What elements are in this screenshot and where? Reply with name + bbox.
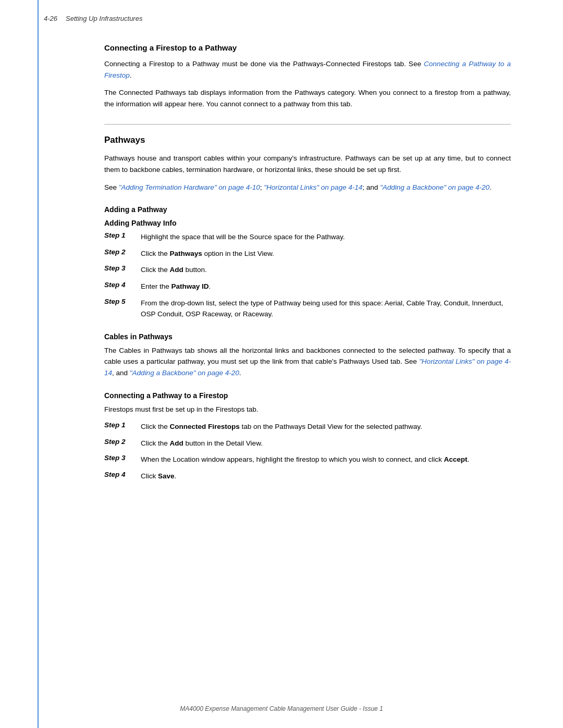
page-header: 4-26 Setting Up Infrastructures	[0, 0, 563, 33]
page-number: 4-26	[44, 15, 57, 22]
step-text-5: From the drop-down list, select the type…	[141, 298, 511, 320]
header-title: Setting Up Infrastructures	[66, 15, 142, 22]
step-label-3: Step 3	[104, 264, 141, 272]
section-adding-pathway: Adding a Pathway Adding Pathway Info Ste…	[104, 205, 511, 320]
connecting-step-3: Step 3 When the Location window appears,…	[104, 454, 511, 465]
adding-step-4: Step 4 Enter the Pathway ID.	[104, 281, 511, 292]
connecting-pathway-heading: Connecting a Pathway to a Firestop	[104, 391, 511, 400]
see-also-link1[interactable]: "Adding Termination Hardware" on page 4-…	[119, 183, 260, 191]
see-also-link2[interactable]: "Horizontal Links" on page 4-14	[264, 183, 362, 191]
firestop-heading: Connecting a Firestop to a Pathway	[104, 43, 511, 52]
footer-text: MA4000 Expense Management Cable Manageme…	[180, 705, 383, 712]
connecting-step-label-3: Step 3	[104, 454, 141, 462]
step-text-1: Highlight the space that will be the Sou…	[141, 231, 511, 243]
pathways-see-also: See "Adding Termination Hardware" on pag…	[104, 182, 511, 193]
adding-pathway-info-heading: Adding Pathway Info	[104, 219, 511, 227]
connecting-step-4: Step 4 Click Save.	[104, 471, 511, 482]
cables-para: The Cables in Pathways tab shows all the…	[104, 345, 511, 379]
adding-step-5: Step 5 From the drop-down list, select t…	[104, 298, 511, 320]
adding-pathway-heading: Adding a Pathway	[104, 205, 511, 214]
section-pathways: Pathways Pathways house and transport ca…	[104, 135, 511, 193]
step-label-5: Step 5	[104, 298, 141, 305]
firestop-para1: Connecting a Firestop to a Pathway must …	[104, 58, 511, 81]
page-footer: MA4000 Expense Management Cable Manageme…	[0, 705, 563, 712]
page: 4-26 Setting Up Infrastructures Connecti…	[0, 0, 563, 728]
main-content: Connecting a Firestop to a Pathway Conne…	[0, 33, 563, 525]
connecting-step-text-2: Click the Add button in the Detail View.	[141, 438, 511, 449]
connecting-step-text-4: Click Save.	[141, 471, 511, 482]
step-label-2: Step 2	[104, 248, 141, 256]
connecting-pathway-intro: Firestops must first be set up in the Fi…	[104, 404, 511, 415]
cables-link2[interactable]: "Adding a Backbone" on page 4-20	[130, 369, 239, 377]
section-firestop: Connecting a Firestop to a Pathway Conne…	[104, 43, 511, 109]
section-connecting-pathway: Connecting a Pathway to a Firestop Fires…	[104, 391, 511, 482]
connecting-step-text-1: Click the Connected Firestops tab on the…	[141, 421, 511, 433]
step-text-4: Enter the Pathway ID.	[141, 281, 511, 292]
connecting-step-text-3: When the Location window appears, highli…	[141, 454, 511, 465]
section-cables-in-pathways: Cables in Pathways The Cables in Pathway…	[104, 332, 511, 379]
adding-step-3: Step 3 Click the Add button.	[104, 264, 511, 276]
adding-step-1: Step 1 Highlight the space that will be …	[104, 231, 511, 243]
step-label-1: Step 1	[104, 231, 141, 239]
connecting-step-2: Step 2 Click the Add button in the Detai…	[104, 438, 511, 449]
connecting-step-label-4: Step 4	[104, 471, 141, 478]
step-label-4: Step 4	[104, 281, 141, 289]
connecting-step-label-1: Step 1	[104, 421, 141, 429]
cables-heading: Cables in Pathways	[104, 332, 511, 341]
step-text-2: Click the Pathways option in the List Vi…	[141, 248, 511, 260]
pathways-heading: Pathways	[104, 135, 511, 145]
pathways-intro: Pathways house and transport cables with…	[104, 153, 511, 175]
see-also-link3[interactable]: "Adding a Backbone" on page 4-20	[380, 183, 489, 191]
connecting-step-label-2: Step 2	[104, 438, 141, 446]
left-border-accent	[38, 0, 39, 728]
section-divider	[104, 124, 511, 125]
adding-step-2: Step 2 Click the Pathways option in the …	[104, 248, 511, 260]
firestop-para2: The Connected Pathways tab displays info…	[104, 87, 511, 109]
step-text-3: Click the Add button.	[141, 264, 511, 276]
connecting-step-1: Step 1 Click the Connected Firestops tab…	[104, 421, 511, 433]
